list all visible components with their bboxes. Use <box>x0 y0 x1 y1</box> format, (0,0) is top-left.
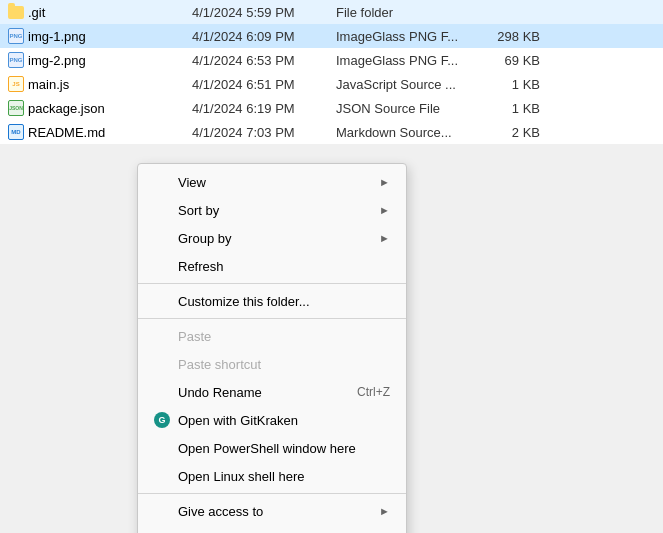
menu-shortcut: Ctrl+Z <box>357 385 390 399</box>
menu-item-label: Open with GitKraken <box>178 413 390 428</box>
file-type: JSON Source File <box>336 101 476 116</box>
menu-item-customize[interactable]: Customize this folder... <box>138 287 406 315</box>
menu-item-group-by[interactable]: Group by ► <box>138 224 406 252</box>
menu-item-icon-empty <box>154 468 170 484</box>
file-icon-js: JS <box>8 76 24 92</box>
file-type: File folder <box>336 5 476 20</box>
menu-item-label: Paste shortcut <box>178 357 390 372</box>
file-date: 4/1/2024 7:03 PM <box>192 125 332 140</box>
menu-item-label: Open Linux shell here <box>178 469 390 484</box>
menu-item-icon-empty <box>154 293 170 309</box>
file-name: img-2.png <box>28 53 188 68</box>
menu-item-open-powershell[interactable]: Open PowerShell window here <box>138 434 406 462</box>
menu-item-icon-empty <box>154 174 170 190</box>
gitkraken-icon: G <box>154 412 170 428</box>
file-icon-json: JSON <box>8 100 24 116</box>
submenu-arrow-icon: ► <box>379 176 390 188</box>
menu-item-label: Open PowerShell window here <box>178 441 390 456</box>
submenu-arrow-icon: ► <box>379 232 390 244</box>
menu-item-icon-empty <box>154 258 170 274</box>
file-size: 2 KB <box>480 125 540 140</box>
file-name: img-1.png <box>28 29 188 44</box>
file-icon-md: MD <box>8 124 24 140</box>
menu-item-label: Customize this folder... <box>178 294 390 309</box>
file-row[interactable]: .git 4/1/2024 5:59 PM File folder <box>0 0 663 24</box>
file-date: 4/1/2024 5:59 PM <box>192 5 332 20</box>
file-date: 4/1/2024 6:09 PM <box>192 29 332 44</box>
file-name: .git <box>28 5 188 20</box>
menu-item-paste: Paste <box>138 322 406 350</box>
context-menu: View ► Sort by ► Group by ► Refresh Cust… <box>137 163 407 533</box>
menu-item-new[interactable]: New ► <box>138 525 406 533</box>
file-name: package.json <box>28 101 188 116</box>
menu-item-icon-empty <box>154 503 170 519</box>
menu-item-undo-rename[interactable]: Undo Rename Ctrl+Z <box>138 378 406 406</box>
file-row[interactable]: PNG img-2.png 4/1/2024 6:53 PM ImageGlas… <box>0 48 663 72</box>
menu-item-label: Group by <box>178 231 371 246</box>
menu-item-label: Undo Rename <box>178 385 349 400</box>
menu-item-label: Paste <box>178 329 390 344</box>
menu-item-label: Give access to <box>178 504 371 519</box>
file-type: Markdown Source... <box>336 125 476 140</box>
file-row[interactable]: JSON package.json 4/1/2024 6:19 PM JSON … <box>0 96 663 120</box>
file-date: 4/1/2024 6:19 PM <box>192 101 332 116</box>
menu-item-icon-empty <box>154 356 170 372</box>
file-date: 4/1/2024 6:51 PM <box>192 77 332 92</box>
menu-item-icon-empty <box>154 328 170 344</box>
file-row[interactable]: PNG img-1.png 4/1/2024 6:09 PM ImageGlas… <box>0 24 663 48</box>
menu-item-sort-by[interactable]: Sort by ► <box>138 196 406 224</box>
file-name: README.md <box>28 125 188 140</box>
menu-item-label: Refresh <box>178 259 390 274</box>
file-type: ImageGlass PNG F... <box>336 53 476 68</box>
file-list: .git 4/1/2024 5:59 PM File folder PNG im… <box>0 0 663 144</box>
menu-item-label: View <box>178 175 371 190</box>
file-icon-png: PNG <box>8 52 24 68</box>
menu-item-label: Sort by <box>178 203 371 218</box>
menu-item-refresh[interactable]: Refresh <box>138 252 406 280</box>
file-row[interactable]: MD README.md 4/1/2024 7:03 PM Markdown S… <box>0 120 663 144</box>
submenu-arrow-icon: ► <box>379 505 390 517</box>
menu-item-view[interactable]: View ► <box>138 168 406 196</box>
menu-item-give-access[interactable]: Give access to ► <box>138 497 406 525</box>
file-size: 1 KB <box>480 77 540 92</box>
menu-divider <box>138 493 406 494</box>
menu-divider <box>138 283 406 284</box>
file-size: 1 KB <box>480 101 540 116</box>
menu-item-icon-empty <box>154 440 170 456</box>
file-row[interactable]: JS main.js 4/1/2024 6:51 PM JavaScript S… <box>0 72 663 96</box>
file-icon-png: PNG <box>8 28 24 44</box>
menu-item-icon-empty <box>154 384 170 400</box>
file-type: JavaScript Source ... <box>336 77 476 92</box>
file-type: ImageGlass PNG F... <box>336 29 476 44</box>
file-icon-folder <box>8 4 24 20</box>
menu-divider <box>138 318 406 319</box>
file-name: main.js <box>28 77 188 92</box>
menu-item-open-linux[interactable]: Open Linux shell here <box>138 462 406 490</box>
menu-item-icon-empty <box>154 230 170 246</box>
menu-item-paste-shortcut: Paste shortcut <box>138 350 406 378</box>
file-size: 298 KB <box>480 29 540 44</box>
submenu-arrow-icon: ► <box>379 204 390 216</box>
file-date: 4/1/2024 6:53 PM <box>192 53 332 68</box>
menu-item-open-gitkraken[interactable]: G Open with GitKraken <box>138 406 406 434</box>
menu-item-icon-empty <box>154 202 170 218</box>
file-size: 69 KB <box>480 53 540 68</box>
